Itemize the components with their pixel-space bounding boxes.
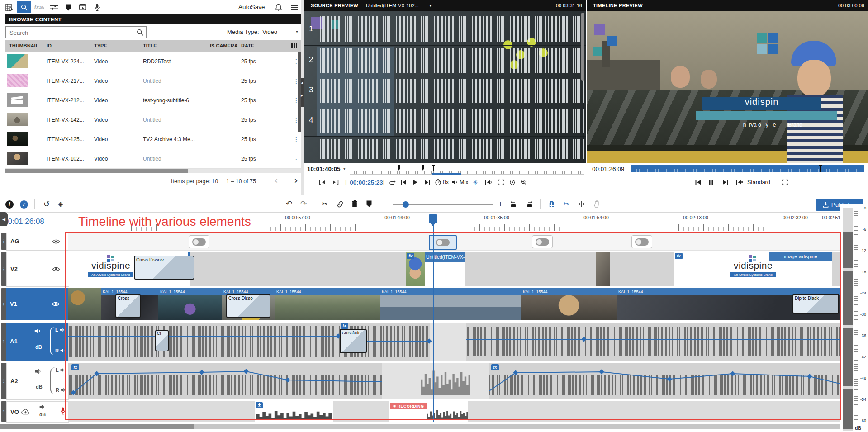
timeline-playhead-handle[interactable]	[429, 214, 437, 223]
next-frame-icon[interactable]	[424, 180, 430, 185]
redo-icon[interactable]: ↷	[300, 199, 307, 208]
import-badge[interactable]	[256, 402, 263, 408]
table-row[interactable]: ITEM-VX-224... Video RDD25Test 25 fps ⋮	[5, 52, 301, 71]
splitter-collapse-right-icon[interactable]: ▸	[301, 93, 303, 98]
snap-magnet-icon[interactable]	[548, 200, 555, 207]
speaker-icon[interactable]	[39, 404, 45, 409]
audio-marker-icon[interactable]	[485, 180, 492, 185]
notifications-bell-icon[interactable]	[271, 1, 285, 13]
track-vo-content[interactable]: ◉ RECORDING	[68, 401, 840, 422]
track-drag-handle[interactable]: ⋮	[1, 363, 6, 399]
track-v1-content[interactable]: KAI_1_15544 KAI_1_15544 KAI_1_15544 KAI_…	[68, 288, 840, 320]
pause-icon[interactable]	[709, 180, 713, 185]
scrollbar-thumb[interactable]	[0, 424, 194, 429]
speed-gauge-icon[interactable]	[435, 179, 441, 185]
cut-scissors-icon[interactable]: ✂	[322, 200, 328, 208]
mix-label[interactable]: Mix	[460, 179, 468, 185]
table-row[interactable]: ITEM-VX-102... Video Untitled 25 fps ⋮	[5, 149, 301, 169]
table-horizontal-scrollbar[interactable]	[5, 169, 301, 173]
browse-tool-icon[interactable]	[3, 1, 16, 13]
track-header-ag[interactable]: AG	[6, 233, 69, 251]
zoom-out-icon[interactable]: −	[382, 200, 388, 208]
db-label[interactable]: dB	[39, 412, 46, 417]
track-drag-handle[interactable]: ⋮	[1, 233, 6, 250]
source-clip-selector[interactable]: Untitled(ITEM-VX-102...	[366, 3, 419, 8]
track-a1-content[interactable]: Cr fx Crossfade	[68, 323, 840, 361]
db-label[interactable]: dB	[36, 384, 43, 389]
transition-cr[interactable]: Cr	[155, 330, 169, 351]
search-tool-icon[interactable]	[17, 1, 31, 13]
channel-right[interactable]: R	[55, 348, 66, 353]
column-settings-icon[interactable]	[291, 43, 297, 48]
ripple-right-icon[interactable]	[525, 201, 533, 207]
record-mic-icon[interactable]	[60, 407, 66, 415]
loop-icon[interactable]	[389, 180, 396, 185]
fx-tool-icon[interactable]: fx10s	[33, 1, 46, 13]
goto-out-icon[interactable]	[332, 180, 339, 185]
fullscreen-icon[interactable]	[498, 180, 504, 185]
col-is-camera[interactable]: IS CAMERA	[210, 43, 238, 48]
speaker-icon[interactable]	[35, 368, 42, 375]
fx-badge[interactable]: fx	[675, 253, 683, 259]
track-ag-content[interactable]	[68, 233, 840, 251]
db-label[interactable]: dB	[35, 344, 42, 350]
fx-badge[interactable]: fx	[491, 364, 499, 370]
track-header-a2[interactable]: A2 dB L R	[6, 363, 69, 400]
export-tool-icon[interactable]	[76, 1, 90, 13]
track-drag-handle[interactable]: ⋮	[1, 323, 6, 361]
a1-volume-automation[interactable]	[68, 323, 840, 361]
cloud-upload-icon[interactable]	[21, 409, 30, 415]
table-row[interactable]: ITEM-VX-142... Video Untitled 25 fps ⋮	[5, 110, 301, 130]
track-v2-content[interactable]: vidispine An Arvato Systems Brand Cross …	[68, 252, 840, 286]
mark-in-bracket[interactable]: [	[345, 179, 347, 186]
track-drag-handle[interactable]: ⋮	[1, 288, 6, 320]
source-vertical-scrollbar[interactable]	[581, 13, 584, 81]
mix-speaker-icon[interactable]	[452, 180, 458, 185]
source-marker-pin[interactable]	[398, 165, 400, 171]
mute-marker-icon[interactable]	[736, 180, 743, 185]
history-icon[interactable]: ↺	[43, 199, 50, 209]
info-icon[interactable]: i	[5, 200, 14, 209]
marker-flag-icon[interactable]	[366, 200, 372, 207]
fx-badge[interactable]: fx	[407, 253, 414, 259]
col-thumbnail[interactable]: THUMBNAIL	[9, 43, 38, 48]
channel-left[interactable]: L	[56, 367, 66, 373]
a2-volume-automation[interactable]	[68, 363, 840, 399]
undo-icon[interactable]: ↶	[286, 199, 292, 208]
search-input[interactable]	[5, 26, 147, 38]
approve-check-icon[interactable]: ✓	[20, 200, 28, 209]
track-header-a1[interactable]: A1 dB L R	[6, 323, 68, 361]
items-per-page-label[interactable]: Items per page: 10	[171, 178, 218, 185]
source-video-viewport[interactable]: 1 2 3 4	[304, 11, 586, 163]
marker-tool-icon[interactable]	[62, 1, 75, 13]
eye-icon[interactable]	[52, 266, 60, 272]
track-header-v2[interactable]: V2	[6, 252, 69, 287]
col-rate[interactable]: RATE	[241, 43, 254, 48]
speaker-icon[interactable]	[34, 328, 42, 334]
v1-clip[interactable]: KAI_1_15544	[158, 288, 222, 320]
transition-cross[interactable]: Cross	[115, 294, 141, 318]
timeline-playhead-line[interactable]	[433, 214, 434, 422]
v2-image-clip[interactable]: vidispine An Arvato Systems Brand fx ima…	[674, 252, 832, 286]
fullscreen-icon[interactable]	[782, 180, 788, 185]
next-frame-icon[interactable]	[722, 180, 728, 185]
tracks-collapse-tab[interactable]: ◀	[0, 212, 8, 226]
table-vertical-scrollbar[interactable]	[298, 52, 301, 132]
unlink-icon[interactable]	[337, 201, 344, 208]
zoom-slider[interactable]	[393, 204, 493, 205]
delete-icon[interactable]	[352, 200, 357, 207]
media-type-select[interactable]: Media Type: Video ▾	[195, 27, 301, 38]
track-drag-handle[interactable]: ⋮	[1, 252, 6, 286]
search-field[interactable]	[9, 28, 133, 38]
source-clip-caret-icon[interactable]: ▾	[429, 3, 432, 8]
mark-timecode[interactable]: 00:00:25:23	[351, 179, 381, 186]
col-id[interactable]: ID	[47, 43, 52, 48]
page-next-icon[interactable]: ›	[294, 175, 298, 186]
eye-icon[interactable]	[52, 301, 60, 307]
v2-small-clip[interactable]	[596, 252, 610, 286]
row-menu-icon[interactable]: ⋮	[293, 136, 299, 143]
settings-gear-icon[interactable]	[509, 179, 516, 185]
panel-splitter[interactable]: ◂ ▸	[301, 0, 304, 195]
eye-icon[interactable]	[52, 239, 60, 244]
media-type-caret-icon[interactable]: ▾	[296, 29, 298, 34]
